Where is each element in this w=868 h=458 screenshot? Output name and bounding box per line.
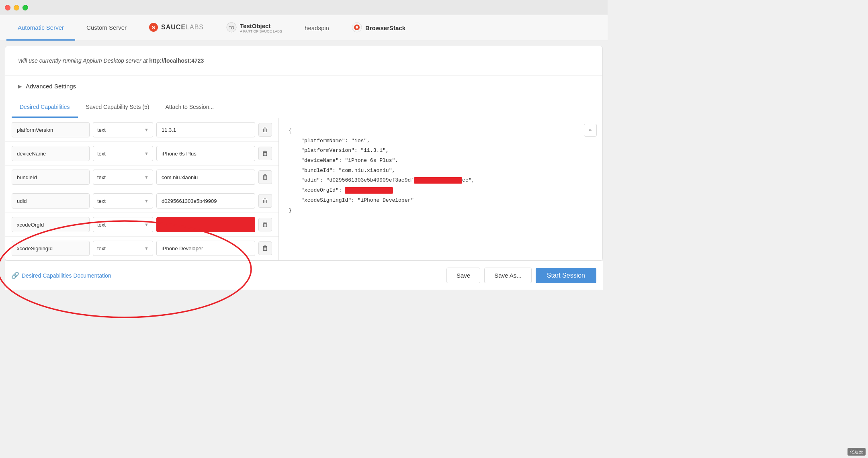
cap-value-xcodeorgid[interactable] (156, 217, 255, 232)
trash-icon: 🗑 (262, 245, 268, 252)
cap-name-xcodeorgid[interactable] (12, 217, 90, 232)
cap-type-xcodesigningid-label: text (97, 245, 106, 251)
advanced-settings-row[interactable]: ▶ Advanced Settings (5, 76, 602, 97)
saucelabs-label: SAUCELABS (161, 24, 204, 31)
info-bar: Will use currently-running Appium Deskto… (5, 46, 602, 76)
delete-udid-button[interactable]: 🗑 (258, 194, 272, 208)
title-bar (0, 0, 608, 15)
tab-saucelabs[interactable]: S SAUCELABS (138, 15, 215, 41)
save-as-button[interactable]: Save As... (484, 268, 532, 283)
tab-custom-server[interactable]: Custom Server (75, 15, 138, 41)
table-row: text ▼ 🗑 (5, 213, 278, 237)
start-session-button[interactable]: Start Session (536, 268, 596, 283)
cap-name-udid[interactable] (12, 193, 90, 209)
desired-cap-label: Desired Capabilities (20, 104, 70, 110)
cap-name-xcodesigningid[interactable] (12, 241, 90, 256)
svg-text:TO: TO (229, 26, 234, 30)
minimize-button[interactable] (14, 5, 19, 10)
trash-icon: 🗑 (262, 150, 268, 157)
cap-value-devicename[interactable] (156, 146, 255, 161)
trash-icon: 🗑 (262, 126, 268, 133)
cap-name-devicename[interactable] (12, 146, 90, 161)
trash-icon: 🗑 (262, 174, 268, 181)
svg-point-6 (356, 26, 358, 29)
capability-tabs: Desired Capabilities Saved Capability Se… (5, 97, 602, 118)
delete-bundleid-button[interactable]: 🗑 (258, 170, 272, 184)
capabilities-left-panel: text ▼ 🗑 text ▼ 🗑 (5, 118, 278, 260)
advanced-settings-label: Advanced Settings (26, 83, 76, 90)
cap-type-platformversion[interactable]: text ▼ (93, 122, 153, 137)
edit-json-button[interactable]: ✏ (584, 124, 597, 137)
cap-name-platformversion[interactable] (12, 122, 90, 137)
chevron-down-icon: ▼ (144, 175, 149, 180)
chevron-down-icon: ▼ (144, 246, 149, 251)
cap-type-xcodeorgid[interactable]: text ▼ (93, 217, 153, 232)
cap-type-bundleid-label: text (97, 174, 106, 180)
tab-attach-session[interactable]: Attach to Session... (157, 97, 222, 118)
table-row: text ▼ 🗑 (5, 166, 278, 189)
delete-platformversion-button[interactable]: 🗑 (258, 123, 272, 137)
chevron-down-icon: ▼ (144, 127, 149, 132)
svg-text:S: S (152, 25, 155, 31)
saucelabs-icon: S (149, 23, 158, 32)
browserstack-icon (352, 22, 362, 34)
trash-icon: 🗑 (262, 221, 268, 228)
cap-type-platformversion-label: text (97, 127, 106, 133)
json-panel: ✏ { "platformName": "ios", "platformVers… (278, 118, 602, 260)
tab-desired-capabilities[interactable]: Desired Capabilities (12, 97, 78, 118)
chevron-down-icon: ▼ (144, 151, 149, 156)
saved-cap-label: Saved Capability Sets (5) (86, 104, 149, 110)
doc-link[interactable]: 🔗 Desired Capabilities Documentation (11, 272, 111, 279)
chevron-right-icon: ▶ (18, 84, 22, 89)
testobject-text: TestObject A PART OF SAUCE LABS (240, 22, 282, 33)
capabilities-area: text ▼ 🗑 text ▼ 🗑 (5, 118, 602, 260)
save-button[interactable]: Save (446, 268, 480, 283)
chevron-down-icon: ▼ (144, 198, 149, 203)
pencil-icon: ✏ (589, 125, 592, 135)
table-row: text ▼ 🗑 (5, 237, 278, 260)
trash-icon: 🗑 (262, 197, 268, 204)
cap-type-devicename-label: text (97, 151, 106, 157)
redacted-udid (414, 177, 462, 184)
tab-browserstack[interactable]: BrowserStack (340, 15, 417, 41)
cap-name-bundleid[interactable] (12, 170, 90, 185)
maximize-button[interactable] (23, 5, 28, 10)
delete-devicename-button[interactable]: 🗑 (258, 147, 272, 160)
automatic-server-label: Automatic Server (18, 24, 64, 31)
table-row: text ▼ 🗑 (5, 189, 278, 213)
link-icon: 🔗 (11, 272, 19, 279)
table-row: text ▼ 🗑 (5, 142, 278, 166)
testobject-icon: TO (226, 22, 237, 34)
cap-type-udid-label: text (97, 198, 106, 204)
bottom-bar: 🔗 Desired Capabilities Documentation Sav… (5, 261, 603, 290)
tab-headspin[interactable]: headspin (293, 15, 340, 41)
cap-value-bundleid[interactable] (156, 170, 255, 185)
redacted-xcodeorgid (345, 187, 393, 194)
action-buttons: Save Save As... Start Session (446, 268, 596, 283)
traffic-lights (5, 5, 28, 10)
cap-value-platformversion[interactable] (156, 122, 255, 137)
tab-automatic-server[interactable]: Automatic Server (6, 15, 75, 41)
cap-type-xcodeorgid-label: text (97, 222, 106, 228)
table-row: text ▼ 🗑 (5, 118, 278, 142)
main-panel: Will use currently-running Appium Deskto… (5, 46, 603, 261)
delete-xcodeorgid-button[interactable]: 🗑 (258, 218, 272, 231)
close-button[interactable] (5, 5, 10, 10)
headspin-label: headspin (305, 25, 329, 31)
cap-type-udid[interactable]: text ▼ (93, 193, 153, 209)
cap-type-devicename[interactable]: text ▼ (93, 146, 153, 161)
custom-server-label: Custom Server (86, 24, 127, 31)
tab-saved-capability-sets[interactable]: Saved Capability Sets (5) (78, 97, 158, 118)
server-tabs: Automatic Server Custom Server S SAUCELA… (0, 15, 608, 41)
cap-value-xcodesigningid[interactable] (156, 241, 255, 256)
cap-value-udid[interactable] (156, 193, 255, 209)
attach-session-label: Attach to Session... (165, 104, 214, 110)
cap-type-xcodesigningid[interactable]: text ▼ (93, 241, 153, 256)
tab-testobject[interactable]: TO TestObject A PART OF SAUCE LABS (215, 15, 293, 41)
chevron-down-icon: ▼ (144, 222, 149, 227)
cap-type-bundleid[interactable]: text ▼ (93, 170, 153, 185)
delete-xcodesigningid-button[interactable]: 🗑 (258, 241, 272, 255)
browserstack-label: BrowserStack (365, 25, 405, 31)
json-content: { "platformName": "ios", "platformVersio… (289, 126, 593, 215)
info-text: Will use currently-running Appium Deskto… (18, 57, 204, 64)
